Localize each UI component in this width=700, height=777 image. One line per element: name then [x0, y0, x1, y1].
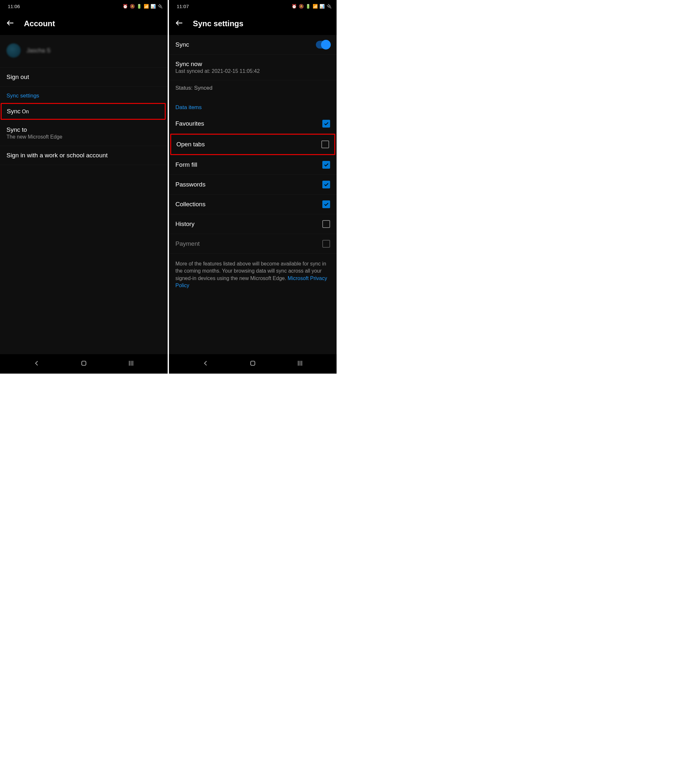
sync-label: Sync	[7, 108, 20, 115]
content: Sync Sync now Last synced at: 2021-02-15…	[169, 35, 337, 354]
item-label: Form fill	[175, 161, 197, 168]
page-title: Account	[24, 19, 55, 28]
android-navbar	[169, 354, 337, 374]
profile-row[interactable]: Jascha S	[0, 35, 168, 68]
item-label: Collections	[175, 201, 205, 208]
appbar: Sync settings	[169, 12, 337, 35]
profile-name: Jascha S	[27, 47, 50, 54]
account-screen: 11:06 ⏰ 🔕 🔋 📶 📊 🔌 Account Jascha S Sign …	[0, 0, 168, 374]
item-label: Payment	[175, 240, 200, 247]
checkbox[interactable]	[322, 140, 329, 148]
status-icons: ⏰ 🔕 🔋 📶 📊 🔌	[123, 4, 163, 9]
syncto-label: Sync to	[7, 126, 62, 134]
sync-settings-screen: 11:07 ⏰ 🔕 🔋 📶 📊 🔌 Sync settings Sync Syn…	[169, 0, 337, 374]
workschool-label: Sign in with a work or school account	[7, 152, 108, 159]
checkbox[interactable]	[322, 201, 330, 208]
svg-rect-1	[251, 361, 255, 366]
syncnow-sub: Last synced at: 2021-02-15 11:05:42	[175, 69, 260, 74]
syncto-row[interactable]: Sync to The new Microsoft Edge	[0, 120, 168, 146]
workschool-row[interactable]: Sign in with a work or school account	[0, 146, 168, 165]
sync-value: On	[22, 109, 29, 114]
section-sync-settings: Sync settings	[0, 87, 168, 102]
signout-row[interactable]: Sign out	[0, 68, 168, 87]
nav-recents-icon[interactable]	[127, 359, 135, 369]
android-navbar	[0, 354, 168, 374]
status-icons: ⏰ 🔕 🔋 📶 📊 🔌	[292, 4, 332, 9]
item-favourites[interactable]: Favourites	[169, 114, 337, 134]
item-collections[interactable]: Collections	[169, 195, 337, 214]
sync-toggle-row[interactable]: Sync	[169, 35, 337, 55]
nav-home-icon[interactable]	[248, 359, 257, 369]
item-label: Open tabs	[177, 141, 205, 148]
content: Jascha S Sign out Sync settings Sync On …	[0, 35, 168, 354]
checkbox[interactable]	[322, 120, 330, 127]
sync-toggle[interactable]	[316, 41, 330, 48]
clock: 11:07	[177, 3, 189, 9]
sync-row[interactable]: Sync On	[1, 103, 166, 120]
item-form-fill[interactable]: Form fill	[169, 155, 337, 175]
nav-back-icon[interactable]	[32, 359, 41, 369]
nav-back-icon[interactable]	[201, 359, 210, 369]
svg-rect-0	[82, 361, 86, 366]
nav-home-icon[interactable]	[80, 359, 88, 369]
item-label: Favourites	[175, 120, 204, 127]
syncnow-row[interactable]: Sync now Last synced at: 2021-02-15 11:0…	[169, 55, 337, 80]
item-history[interactable]: History	[169, 214, 337, 234]
item-label: Passwords	[175, 181, 205, 188]
syncto-value: The new Microsoft Edge	[7, 134, 62, 140]
section-data-items: Data items	[169, 99, 337, 114]
checkbox[interactable]	[322, 180, 330, 189]
statusbar: 11:06 ⏰ 🔕 🔋 📶 📊 🔌	[0, 0, 168, 12]
nav-recents-icon[interactable]	[296, 359, 304, 369]
back-arrow-icon[interactable]	[175, 18, 184, 29]
syncnow-label: Sync now	[175, 60, 260, 68]
status-row: Status: Synced	[169, 80, 337, 99]
checkbox[interactable]	[322, 161, 330, 169]
appbar: Account	[0, 12, 168, 35]
statusbar: 11:07 ⏰ 🔕 🔋 📶 📊 🔌	[169, 0, 337, 12]
checkbox	[322, 240, 330, 248]
clock: 11:06	[8, 3, 20, 9]
item-open-tabs[interactable]: Open tabs	[170, 134, 335, 155]
page-title: Sync settings	[193, 19, 243, 28]
item-payment: Payment	[169, 234, 337, 254]
sync-label: Sync	[175, 41, 189, 48]
signout-label: Sign out	[7, 74, 29, 80]
item-passwords[interactable]: Passwords	[169, 175, 337, 195]
checkbox[interactable]	[322, 220, 330, 228]
avatar	[7, 43, 21, 58]
item-label: History	[175, 221, 195, 227]
back-arrow-icon[interactable]	[6, 18, 15, 29]
footer-text: More of the features listed above will b…	[169, 254, 337, 299]
